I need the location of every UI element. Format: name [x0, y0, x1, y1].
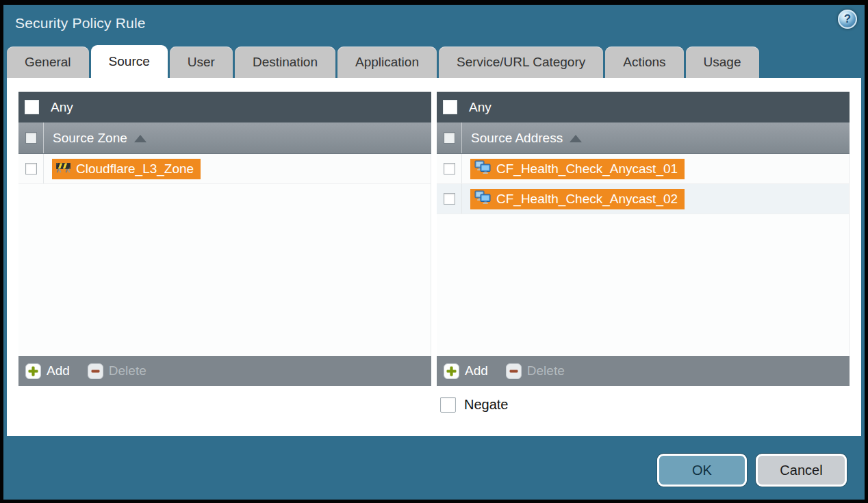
- tab-general[interactable]: General: [7, 47, 89, 78]
- source-address-select-all-checkbox[interactable]: [444, 132, 455, 144]
- tab-source[interactable]: Source: [91, 45, 168, 78]
- tab-user[interactable]: User: [170, 47, 233, 78]
- row-checkbox[interactable]: [444, 193, 455, 205]
- source-zone-item-label: Cloudflare_L3_Zone: [76, 162, 194, 177]
- zone-icon: [56, 162, 71, 177]
- negate-option: Negate: [440, 397, 850, 413]
- table-row[interactable]: CF_Health_Check_Anycast_02: [437, 184, 849, 214]
- address-icon: [474, 190, 491, 207]
- source-zone-toolbar: Add Delete: [18, 356, 431, 386]
- source-address-item[interactable]: CF_Health_Check_Anycast_02: [470, 189, 685, 209]
- source-zone-panel: Any Source Zone: [18, 92, 431, 386]
- security-policy-rule-dialog: Security Policy Rule ? General Source Us…: [0, 0, 868, 503]
- tab-usage[interactable]: Usage: [686, 47, 759, 78]
- dialog-title: Security Policy Rule: [15, 15, 146, 31]
- negate-checkbox[interactable]: [440, 397, 456, 413]
- add-plus-icon: [444, 363, 459, 379]
- tab-service-url-category[interactable]: Service/URL Category: [439, 47, 603, 78]
- source-zone-any-checkbox[interactable]: [25, 100, 39, 114]
- tab-bar: General Source User Destination Applicat…: [3, 45, 865, 78]
- add-button[interactable]: Add: [444, 363, 488, 379]
- source-address-any-checkbox[interactable]: [443, 100, 457, 114]
- source-address-column-title: Source Address: [471, 131, 563, 146]
- add-button[interactable]: Add: [25, 363, 70, 379]
- title-bar: Security Policy Rule ?: [3, 5, 865, 45]
- source-zone-any-bar: Any: [18, 92, 431, 122]
- tab-application[interactable]: Application: [337, 47, 437, 78]
- add-button-label: Add: [47, 363, 70, 378]
- source-zone-list: Cloudflare_L3_Zone: [18, 154, 431, 356]
- dialog-footer: OK Cancel: [3, 436, 865, 503]
- table-row[interactable]: CF_Health_Check_Anycast_01: [437, 154, 849, 184]
- source-zone-item[interactable]: Cloudflare_L3_Zone: [52, 159, 201, 179]
- source-address-item[interactable]: CF_Health_Check_Anycast_01: [470, 159, 685, 179]
- ok-button[interactable]: OK: [657, 454, 747, 487]
- source-zone-column-title: Source Zone: [53, 131, 127, 146]
- source-zone-column-header[interactable]: Source Zone: [18, 122, 431, 154]
- sort-asc-icon: [134, 135, 146, 142]
- source-address-any-bar: Any: [437, 92, 850, 122]
- source-address-list: CF_Health_Check_Anycast_01: [437, 154, 850, 356]
- tab-actions[interactable]: Actions: [605, 47, 683, 78]
- add-button-label: Add: [465, 363, 488, 378]
- row-checkbox[interactable]: [25, 163, 37, 175]
- source-address-column-header[interactable]: Source Address: [437, 122, 850, 154]
- help-icon[interactable]: ?: [838, 10, 857, 29]
- tab-destination[interactable]: Destination: [235, 47, 335, 78]
- row-checkbox[interactable]: [444, 163, 455, 175]
- add-plus-icon: [25, 363, 41, 379]
- delete-button-label: Delete: [527, 363, 565, 378]
- table-row[interactable]: Cloudflare_L3_Zone: [18, 154, 431, 184]
- delete-minus-icon: [506, 363, 522, 379]
- delete-button-label: Delete: [109, 363, 146, 378]
- source-address-item-label: CF_Health_Check_Anycast_02: [496, 192, 678, 207]
- sort-asc-icon: [570, 135, 582, 142]
- source-zone-any-label: Any: [51, 100, 73, 115]
- source-tab-content: Any Source Zone: [7, 78, 861, 436]
- negate-label: Negate: [464, 397, 509, 413]
- cancel-button[interactable]: Cancel: [756, 454, 847, 487]
- delete-button[interactable]: Delete: [506, 363, 565, 379]
- delete-button[interactable]: Delete: [88, 363, 146, 379]
- source-address-panel: Any Source Address: [437, 92, 850, 386]
- source-address-item-label: CF_Health_Check_Anycast_01: [496, 162, 678, 177]
- address-icon: [474, 160, 491, 177]
- source-zone-select-all-checkbox[interactable]: [25, 132, 37, 144]
- source-address-any-label: Any: [469, 100, 492, 115]
- source-address-toolbar: Add Delete: [437, 356, 850, 386]
- delete-minus-icon: [88, 363, 103, 379]
